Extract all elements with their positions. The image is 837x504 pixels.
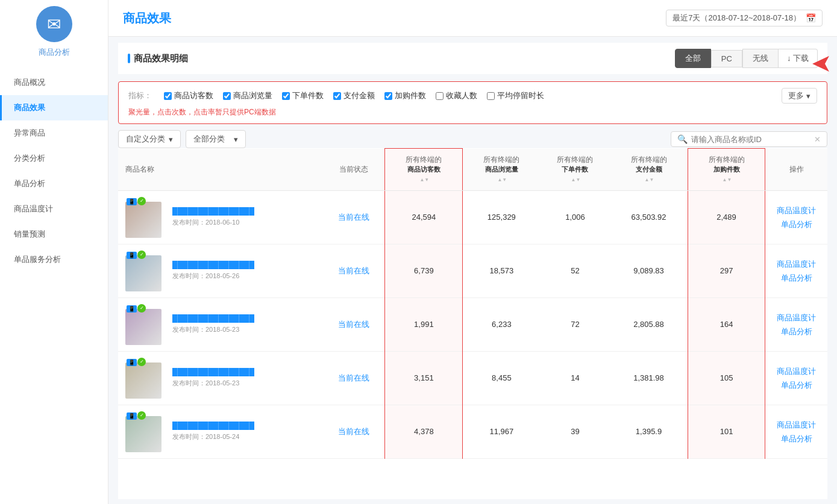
table-row: 📱 ✓ ████████████████ 发布时间：2018-05-26 当前在… xyxy=(118,244,827,297)
product-name[interactable]: ████████████████ xyxy=(172,422,254,430)
filter-visitors-checkbox[interactable] xyxy=(164,92,172,100)
action-link-0[interactable]: 商品温度计 xyxy=(773,257,820,271)
main-content: 商品效果 最近7天（2018-07-12~2018-07-18） 📅 商品效果明… xyxy=(108,0,837,504)
filter-favorites-checkbox[interactable] xyxy=(436,92,444,100)
filter-views[interactable]: 商品浏览量 xyxy=(223,90,272,101)
action-link-0[interactable]: 商品温度计 xyxy=(773,418,820,432)
more-button[interactable]: 更多 ▾ xyxy=(782,88,817,104)
sidebar-item-forecast[interactable]: 销量预测 xyxy=(0,222,108,247)
filter-favorites[interactable]: 收藏人数 xyxy=(436,90,477,101)
mobile-icon: 📱 xyxy=(127,252,137,259)
product-name[interactable]: ████████████████ xyxy=(172,314,254,323)
sort-payment-icon[interactable]: ▲▼ xyxy=(645,178,654,182)
all-button[interactable]: 全部 xyxy=(675,49,711,68)
status-label: 当前在线 xyxy=(338,213,369,222)
status-label: 当前在线 xyxy=(338,266,369,275)
product-image xyxy=(125,255,161,291)
product-name[interactable]: ████████████████ xyxy=(172,261,254,269)
search-bar: 🔍 ✕ xyxy=(671,131,827,147)
product-info-cell: 📱 ✓ ████████████████ 发布时间：2018-05-23 xyxy=(125,304,316,345)
custom-category-select[interactable]: 自定义分类 ▾ xyxy=(118,130,181,148)
chevron-down-icon-all-cat: ▾ xyxy=(234,135,238,144)
sidebar-item-single[interactable]: 单品分析 xyxy=(0,171,108,196)
orders-cell: 72 xyxy=(541,297,610,351)
sort-views-icon[interactable]: ▲▼ xyxy=(497,178,507,182)
search-input[interactable] xyxy=(691,135,810,144)
th-orders[interactable]: 所有终端的 下单件数 ▲▼ xyxy=(541,149,610,191)
action-link-1[interactable]: 单品分析 xyxy=(773,432,820,446)
product-name[interactable]: ████████████████ xyxy=(172,368,254,376)
sort-visitors-icon[interactable]: ▲▼ xyxy=(419,178,429,182)
filter-payment[interactable]: 支付金额 xyxy=(333,90,375,101)
views-cell: 11,967 xyxy=(463,405,541,458)
sidebar-item-effect[interactable]: 商品效果 xyxy=(0,95,108,120)
chevron-down-icon: ▾ xyxy=(806,92,810,101)
filter-cart[interactable]: 加购件数 xyxy=(384,90,426,101)
actions-cell: 商品温度计单品分析 xyxy=(765,244,827,297)
views-cell: 125,329 xyxy=(463,190,541,244)
chevron-down-icon-category: ▾ xyxy=(169,135,173,144)
filter-cart-checkbox[interactable] xyxy=(384,92,392,100)
filter-visitors[interactable]: 商品访客数 xyxy=(164,90,213,101)
cart-cell: 297 xyxy=(688,244,765,297)
verified-badge: ✓ xyxy=(137,197,146,205)
sidebar-item-effect-label: 商品效果 xyxy=(14,103,45,112)
th-views[interactable]: 所有终端的 商品浏览量 ▲▼ xyxy=(463,149,541,191)
table-row: 📱 ✓ ████████████████ 发布时间：2018-06-10 当前在… xyxy=(118,190,827,244)
product-date: 发布时间：2018-06-10 xyxy=(172,218,254,227)
top-action-bar: 全部 PC 无线 ↓ 下载 xyxy=(675,49,818,68)
sidebar-item-category-label: 分类分析 xyxy=(14,154,45,163)
clear-icon[interactable]: ✕ xyxy=(814,135,821,144)
all-category-select[interactable]: 全部分类 ▾ xyxy=(186,130,246,148)
wireless-button[interactable]: 无线 xyxy=(742,49,779,68)
action-link-1[interactable]: 单品分析 xyxy=(773,271,820,285)
filter-orders[interactable]: 下单件数 xyxy=(282,90,324,101)
product-date: 发布时间：2018-05-23 xyxy=(172,325,254,334)
sidebar-item-category[interactable]: 分类分析 xyxy=(0,146,108,171)
th-visitors[interactable]: 所有终端的 商品访客数 ▲▼ xyxy=(385,149,463,191)
filter-dwell-checkbox[interactable] xyxy=(487,92,495,100)
sidebar-logo: ✉ xyxy=(36,6,72,42)
sidebar-item-single-label: 单品分析 xyxy=(14,179,45,188)
filter-payment-label: 支付金额 xyxy=(343,90,375,101)
filter-payment-checkbox[interactable] xyxy=(333,92,341,100)
pc-button[interactable]: PC xyxy=(711,50,742,67)
filter-cart-label: 加购件数 xyxy=(395,90,426,101)
verified-badge: ✓ xyxy=(137,411,146,420)
payment-cell: 2,805.88 xyxy=(610,297,688,351)
sort-orders-icon[interactable]: ▲▼ xyxy=(571,178,581,182)
mobile-icon: 📱 xyxy=(127,305,137,313)
visitors-cell: 4,378 xyxy=(385,405,463,458)
sidebar-item-overview-label: 商品概况 xyxy=(14,78,45,87)
action-link-1[interactable]: 单品分析 xyxy=(773,217,820,231)
filter-views-checkbox[interactable] xyxy=(223,92,231,100)
all-category-label: 全部分类 xyxy=(193,134,225,145)
action-link-1[interactable]: 单品分析 xyxy=(773,325,820,338)
action-link-0[interactable]: 商品温度计 xyxy=(773,311,820,325)
th-payment[interactable]: 所有终端的 支付金额 ▲▼ xyxy=(610,149,688,191)
sidebar-item-overview[interactable]: 商品概况 xyxy=(0,70,108,95)
sidebar: ✉ 商品分析 商品概况 商品效果 异常商品 分类分析 单品分析 商品温度计 销量… xyxy=(0,0,108,504)
th-cart[interactable]: 所有终端的 加购件数 ▲▼ xyxy=(688,149,765,191)
filter-favorites-label: 收藏人数 xyxy=(446,90,477,101)
cart-cell: 164 xyxy=(688,297,765,351)
sidebar-item-service[interactable]: 单品服务分析 xyxy=(0,247,108,272)
product-info-cell: 📱 ✓ ████████████████ 发布时间：2018-06-10 xyxy=(125,197,316,238)
action-link-0[interactable]: 商品温度计 xyxy=(773,204,820,217)
download-button[interactable]: ↓ 下载 xyxy=(779,49,818,68)
date-range-picker[interactable]: 最近7天（2018-07-12~2018-07-18） 📅 xyxy=(666,10,823,26)
product-status: 当前在线 xyxy=(323,297,385,351)
sidebar-item-abnormal-label: 异常商品 xyxy=(14,128,45,137)
action-link-0[interactable]: 商品温度计 xyxy=(773,364,820,378)
product-name[interactable]: ████████████████ xyxy=(172,207,254,216)
filter-orders-checkbox[interactable] xyxy=(282,92,290,100)
filter-dwell[interactable]: 平均停留时长 xyxy=(487,90,544,101)
sort-cart-icon[interactable]: ▲▼ xyxy=(723,178,732,182)
views-cell: 18,573 xyxy=(463,244,541,297)
visitors-cell: 3,151 xyxy=(385,351,463,405)
sidebar-item-thermometer[interactable]: 商品温度计 xyxy=(0,196,108,222)
action-link-1[interactable]: 单品分析 xyxy=(773,378,820,392)
sidebar-item-abnormal[interactable]: 异常商品 xyxy=(0,120,108,146)
filter-label: 指标： xyxy=(128,90,152,101)
filter-dwell-label: 平均停留时长 xyxy=(497,90,544,101)
